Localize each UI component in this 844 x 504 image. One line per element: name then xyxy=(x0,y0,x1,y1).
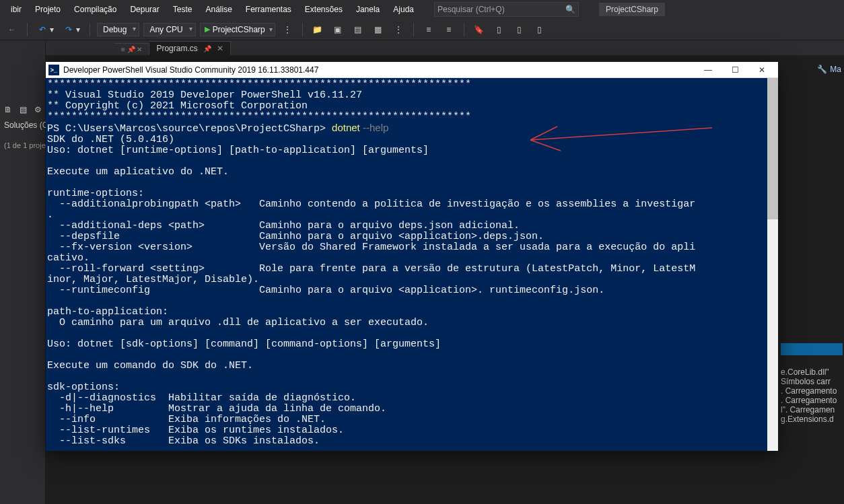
terminal-body[interactable]: ****************************************… xyxy=(46,78,778,451)
right-header[interactable]: 🔧Ma xyxy=(817,65,841,74)
outdent-button[interactable]: ≡ xyxy=(441,22,457,37)
indent-button[interactable]: ≡ xyxy=(421,22,437,37)
maximize-button[interactable]: ☐ xyxy=(722,62,748,78)
platform-dropdown[interactable]: Any CPU xyxy=(143,23,195,36)
pin-icon[interactable]: 📌 xyxy=(203,45,211,52)
tool-button[interactable]: ▯ xyxy=(491,22,507,37)
separator xyxy=(302,23,303,36)
separator xyxy=(27,23,28,36)
config-dropdown[interactable]: Debug xyxy=(97,23,139,36)
output-highlight xyxy=(781,343,843,355)
output-line: Símbolos carr xyxy=(781,377,843,386)
bookmark-button[interactable]: 🔖 xyxy=(471,22,487,37)
search-input[interactable]: Pesquisar (Ctrl+Q) 🔍 xyxy=(434,2,579,17)
document-tab[interactable]: Program.cs 📌 ✕ xyxy=(149,41,230,55)
separator xyxy=(90,23,90,36)
document-tabs: ≡ 📌 ✕ Program.cs 📌 ✕ xyxy=(0,40,844,55)
close-icon[interactable]: ✕ xyxy=(217,44,223,53)
output-line: . Carregamento xyxy=(781,396,843,405)
window-title: Developer PowerShell Visual Studio Commu… xyxy=(63,65,695,75)
menu-item[interactable]: Ferramentas xyxy=(239,2,298,17)
menu-item[interactable]: Janela xyxy=(349,2,386,17)
undo-button[interactable]: ↶▾ xyxy=(34,22,57,37)
menu-item[interactable]: Projeto xyxy=(28,2,67,17)
tool-button[interactable]: 📁 xyxy=(310,22,326,37)
minimize-button[interactable]: — xyxy=(695,62,722,78)
tool-button[interactable]: ▦ xyxy=(370,22,386,37)
output-line: e.CoreLib.dll" xyxy=(781,367,843,377)
tab-selector[interactable]: ≡ 📌 ✕ xyxy=(114,43,149,55)
close-button[interactable]: ✕ xyxy=(748,62,775,78)
solution-explorer: 🗎 ▤ ⚙ Soluções (Ct (1 de 1 proje xyxy=(0,40,46,504)
separator xyxy=(413,23,414,36)
search-icon: 🔍 xyxy=(565,5,575,14)
tool-button[interactable]: ▯ xyxy=(512,22,528,37)
search-placeholder: Pesquisar (Ctrl+Q) xyxy=(437,5,565,14)
scrollbar[interactable] xyxy=(767,78,778,451)
output-line: g.Extensions.d xyxy=(781,415,843,424)
tool-button[interactable]: ▯ xyxy=(532,22,548,37)
redo-button[interactable]: ↷▾ xyxy=(61,22,83,37)
toolwindow-icon[interactable]: ⚙ xyxy=(32,104,43,115)
menu-item[interactable]: ibir xyxy=(4,2,28,17)
project-selector[interactable]: ProjectCSharp xyxy=(599,3,665,16)
output-line: . Carregamento xyxy=(781,386,843,396)
powershell-window: >_ Developer PowerShell Visual Studio Co… xyxy=(46,62,778,451)
tab-label: Program.cs xyxy=(156,44,197,53)
play-icon: ▶ xyxy=(205,25,210,34)
toolwindow-icon[interactable]: ▤ xyxy=(17,104,28,115)
solution-subtitle: (1 de 1 proje xyxy=(0,140,50,151)
right-header-label: Ma xyxy=(830,65,841,74)
menu-item[interactable]: Ajuda xyxy=(386,2,421,17)
titlebar[interactable]: >_ Developer PowerShell Visual Studio Co… xyxy=(46,62,778,78)
pin-icon: ≡ 📌 ✕ xyxy=(121,46,142,53)
separator xyxy=(464,23,464,36)
tool-button[interactable]: ⋮ xyxy=(390,22,407,37)
nav-back-button[interactable]: ← xyxy=(4,22,20,37)
toolwindow-icon[interactable]: 🗎 xyxy=(3,104,13,115)
toolbar: ← ↶▾ ↷▾ Debug Any CPU ▶ProjectCSharp ⋮ 📁… xyxy=(0,19,844,40)
tool-button[interactable]: ⋮ xyxy=(279,22,295,37)
wrench-icon: 🔧 xyxy=(817,65,827,74)
menu-item[interactable]: Extensões xyxy=(298,2,349,17)
output-panel: e.CoreLib.dll" Símbolos carr . Carregame… xyxy=(779,363,844,444)
powershell-icon: >_ xyxy=(48,65,59,75)
menu-item[interactable]: Análise xyxy=(199,2,238,17)
menu-bar: ibir Projeto Compilação Depurar Teste An… xyxy=(0,0,844,19)
run-button[interactable]: ▶ProjectCSharp xyxy=(200,23,275,36)
run-label: ProjectCSharp xyxy=(213,25,265,34)
menu-item[interactable]: Compilação xyxy=(67,2,123,17)
scrollbar-thumb[interactable] xyxy=(767,78,778,219)
menu-item[interactable]: Teste xyxy=(166,2,199,17)
tool-button[interactable]: ▣ xyxy=(330,22,346,37)
menu-item[interactable]: Depurar xyxy=(123,2,166,17)
output-line: l". Carregamen xyxy=(781,405,843,415)
tool-button[interactable]: ▤ xyxy=(350,22,366,37)
